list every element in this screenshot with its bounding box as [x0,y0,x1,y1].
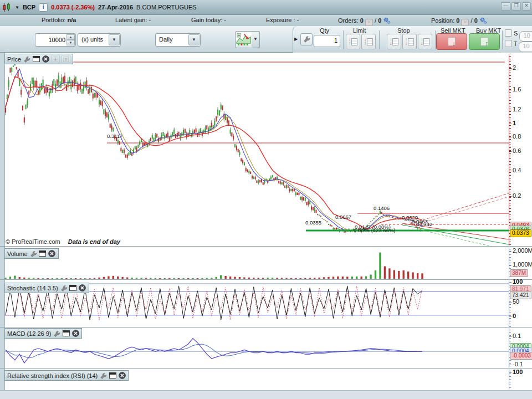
stop-label: Stop [397,27,410,34]
price-detach-window-icon[interactable] [32,55,40,63]
stop-order-button-1[interactable]: ↑↓ [387,34,401,49]
macd-panel-header: MACD (12 26 9) [4,328,82,339]
price-axis-tick [509,196,511,197]
rsi-detach-window-icon[interactable] [109,372,116,379]
buy-market-button[interactable]: ↑ [469,33,500,50]
stochastic-axis-label: 100 [513,278,523,285]
collapse-panel-arrow-icon[interactable]: ▶ [294,34,300,45]
rsi-axis-label: 100 [513,369,523,375]
maximize-button[interactable]: ❐ [511,2,521,11]
stop-order-button-2[interactable]: ↑↓ [402,34,417,49]
rsi-axis-minor-ticks [509,369,511,390]
limit-order-button-2[interactable]: ↓↑ [361,34,376,49]
trading-platform-window: ▼ BCP i 0.0373 (-2.36%) 27-Apr-2016 B.CO… [0,0,532,399]
close-position-icon[interactable]: ✕ [461,19,469,26]
stochastic-panel-title: Stochastic (14 3 5) [7,285,58,291]
exposure-value: - [297,17,299,23]
instrument-dropdown-arrow-icon[interactable]: ▼ [15,5,19,10]
units-dropdown-arrow-icon[interactable]: ▼ [109,34,120,45]
quantity-input[interactable] [37,34,66,45]
stochastic-detach-window-icon[interactable] [69,284,77,291]
price-axis-tick [509,110,511,110]
price-axis-label: 2 [513,64,516,71]
close-button[interactable]: ✕ [522,2,531,11]
ticker-symbol[interactable]: BCP [23,4,35,11]
info-icon[interactable]: i [39,3,48,12]
position-settings-gear-icon[interactable] [479,17,487,24]
volume-panel-title: Volume [7,250,28,257]
t-checkbox[interactable] [505,40,512,47]
stochastic-axis-tick [509,282,511,283]
order-settings-button[interactable] [300,33,313,45]
s-checkbox[interactable] [505,29,512,37]
volume-chart[interactable] [0,247,509,280]
orders-open-count: 0 [360,17,364,24]
price-move-down-icon[interactable] [51,55,60,63]
price-close-icon[interactable] [42,55,49,63]
qty-input[interactable] [314,35,340,45]
data-note: Data is end of day [68,238,120,245]
stochastic-axis-tick [509,316,511,317]
units-dropdown[interactable]: (x) units ▼ [78,33,121,47]
volume-axis-tick [509,251,511,252]
spin-up-icon[interactable]: ▲ [66,34,75,40]
chart-type-dropdown-arrow-icon[interactable]: ▼ [252,31,260,48]
orders-status: Orders: 0 ✕ / 0 [338,17,391,26]
last-price-change: 0.0373 (-2.36%) [51,4,95,11]
volume-panel-header: Volume [4,248,59,259]
orders-settings-gear-icon[interactable] [383,17,391,24]
stochastic-settings-wrench-icon[interactable] [60,284,68,291]
candlestick-chart-icon [2,3,12,12]
order-doc-icon [408,38,414,45]
limit-order-button-1[interactable]: ↓↑ [346,34,360,49]
copyright-note: © ProRealTime.comData is end of day [6,238,120,245]
volume-close-icon[interactable] [48,250,56,257]
quantity-stepper[interactable]: ▲ ▼ [35,33,76,47]
qty-field[interactable] [314,35,340,47]
stop-order-button-3[interactable]: ↑↓ [418,34,432,49]
volume-settings-wrench-icon[interactable] [29,250,37,257]
cancel-orders-icon[interactable]: ✕ [365,19,373,26]
macd-settings-wrench-icon[interactable] [53,330,60,337]
rsi-close-icon[interactable] [118,372,126,379]
rsi-settings-wrench-icon[interactable] [99,372,107,379]
minimize-button[interactable]: — [501,2,510,11]
take-profit-row: T 10 [505,40,532,52]
macd-axis-label: 0.1 [513,332,521,339]
price-axis-tick [509,124,511,124]
price-axis-tick [509,90,511,90]
timeframe-value: Daily [159,36,172,43]
sell-market-button[interactable]: ↓ [436,33,467,50]
instrument-name: B.COM.PORTUGUES [136,4,197,11]
price-annotation: 0.0095 (423.66%) [354,227,396,233]
price-axis-label: 1.6 [513,86,521,93]
price-axis-tick [509,171,511,171]
price-move-up-icon[interactable] [62,55,70,63]
chart-type-button[interactable] [235,31,253,48]
timeframe-dropdown-arrow-icon[interactable]: ▼ [188,34,200,45]
t-label: T [514,40,518,47]
price-annotation: 0.3117 [107,133,122,139]
macd-panel-title: MACD (12 26 9) [7,330,51,337]
stochastic-panel-header: Stochastic (14 3 5) [4,283,89,293]
gain-today-status: Gain today: - [191,17,226,23]
t-value-field[interactable]: 10 [519,42,532,52]
spin-down-icon[interactable]: ▼ [66,40,75,45]
price-chart[interactable] [0,53,509,247]
order-doc-icon [351,38,357,45]
quantity-spin-buttons[interactable]: ▲ ▼ [66,34,75,45]
order-doc-icon [423,38,429,45]
price-axis-tick [509,68,511,69]
quote-date: 27-Apr-2016 [98,4,133,11]
price-annotation: 0.0667 [335,214,351,220]
price-settings-wrench-icon[interactable] [23,55,30,63]
stochastic-axis-label: 0 [513,313,516,319]
macd-close-icon[interactable] [71,330,79,337]
timeframe-dropdown[interactable]: Daily ▼ [155,33,201,47]
price-annotation: 0.0355 [305,219,321,226]
volume-detach-window-icon[interactable] [39,250,47,257]
macd-axis-tick [509,336,511,337]
panel-divider[interactable] [0,368,532,369]
macd-detach-window-icon[interactable] [62,330,70,337]
stochastic-close-icon[interactable] [79,284,86,291]
